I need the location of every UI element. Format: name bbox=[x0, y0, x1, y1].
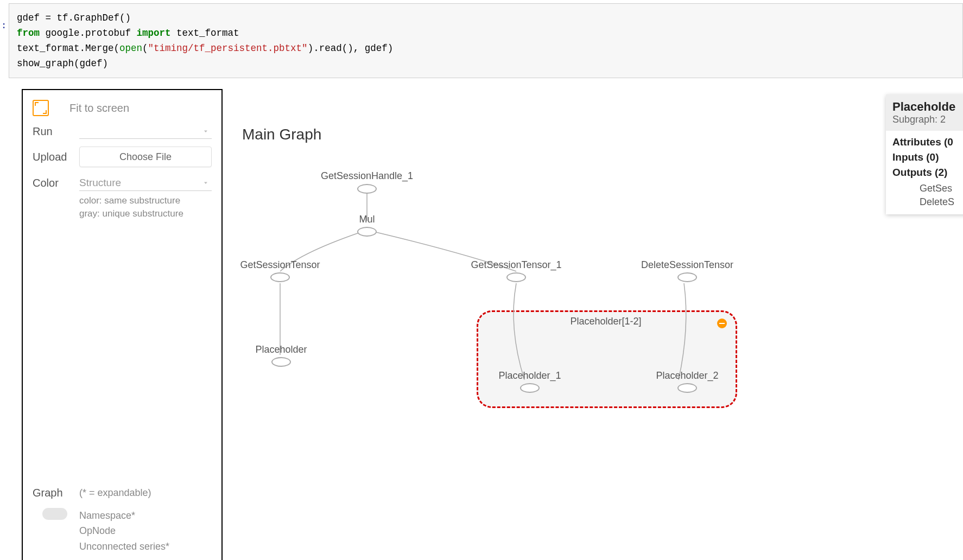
code-text: gdef = tf.GraphDef() bbox=[17, 12, 131, 23]
node-ellipse[interactable] bbox=[270, 272, 290, 282]
node-placeholder-2[interactable]: Placeholder_2 bbox=[656, 370, 718, 381]
code-keyword: import bbox=[137, 28, 171, 39]
node-ellipse[interactable] bbox=[506, 272, 526, 282]
info-inputs: Inputs (0) bbox=[892, 151, 963, 163]
code-text: ).read(), gdef) bbox=[308, 43, 394, 54]
code-keyword: from bbox=[17, 28, 40, 39]
node-ellipse[interactable] bbox=[271, 357, 291, 367]
node-info-panel: Placeholde Subgraph: 2 Attributes (0 Inp… bbox=[886, 94, 963, 214]
graph-canvas[interactable]: GetSessionHandle_1 Mul GetSessionTensor … bbox=[9, 89, 807, 560]
node-getsessiontensor[interactable]: GetSessionTensor bbox=[240, 259, 320, 271]
code-text: ( bbox=[142, 43, 148, 54]
info-attributes: Attributes (0 bbox=[892, 136, 963, 148]
code-cell[interactable]: gdef = tf.GraphDef() from google.protobu… bbox=[9, 3, 963, 78]
code-text: google.protobuf bbox=[40, 28, 137, 39]
node-ellipse[interactable] bbox=[520, 383, 540, 393]
node-ellipse[interactable] bbox=[357, 184, 377, 194]
node-ellipse[interactable] bbox=[677, 272, 697, 282]
code-text: text_format bbox=[171, 28, 239, 39]
node-getsessiontensor-1[interactable]: GetSessionTensor_1 bbox=[471, 259, 561, 271]
node-getsessionhandle-1[interactable]: GetSessionHandle_1 bbox=[321, 170, 413, 182]
code-string: "timing/tf_persistent.pbtxt" bbox=[148, 43, 308, 54]
node-group-label[interactable]: Placeholder[1-2] bbox=[570, 316, 641, 327]
output-area: Fit to screen Run Upload Choose File Col… bbox=[9, 89, 963, 560]
node-mul[interactable]: Mul bbox=[359, 214, 375, 225]
node-ellipse[interactable] bbox=[677, 383, 697, 393]
node-deletesessiontensor[interactable]: DeleteSessionTensor bbox=[641, 259, 733, 271]
info-title: Placeholde bbox=[892, 100, 963, 114]
node-placeholder[interactable]: Placeholder bbox=[255, 344, 307, 355]
info-output-2[interactable]: DeleteS bbox=[920, 195, 963, 209]
code-text: text_format.Merge( bbox=[17, 43, 119, 54]
code-text: show_graph(gdef) bbox=[17, 58, 108, 69]
node-ellipse[interactable] bbox=[357, 227, 377, 237]
node-placeholder-1[interactable]: Placeholder_1 bbox=[498, 370, 561, 381]
cell-prompt: : bbox=[1, 21, 7, 31]
code-builtin: open bbox=[119, 43, 142, 54]
info-output-1[interactable]: GetSes bbox=[920, 182, 963, 195]
info-subgraph: Subgraph: 2 bbox=[892, 114, 963, 125]
info-outputs: Outputs (2) bbox=[892, 167, 963, 179]
collapse-icon[interactable] bbox=[717, 319, 727, 328]
